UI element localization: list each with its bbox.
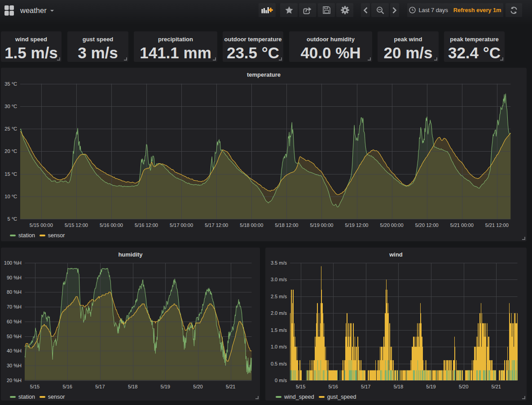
svg-text:5/16: 5/16 (62, 384, 72, 389)
svg-text:2.0 m/s: 2.0 m/s (271, 310, 287, 316)
svg-text:80 %H: 80 %H (7, 289, 22, 295)
svg-text:5/21 00:00: 5/21 00:00 (450, 222, 474, 228)
svg-text:5/17: 5/17 (361, 384, 370, 389)
svg-text:5/15 00:00: 5/15 00:00 (30, 222, 53, 228)
svg-text:60 %H: 60 %H (7, 319, 22, 324)
svg-text:2.5 m/s: 2.5 m/s (271, 294, 287, 299)
svg-text:5/15: 5/15 (30, 384, 40, 389)
svg-text:5/21: 5/21 (491, 384, 501, 389)
svg-text:5 °C: 5 °C (7, 216, 17, 222)
svg-text:5/18 12:00: 5/18 12:00 (275, 222, 298, 228)
svg-text:30 °C: 30 °C (4, 104, 17, 109)
svg-text:5/15 12:00: 5/15 12:00 (65, 222, 88, 228)
svg-text:5/21 12:00: 5/21 12:00 (485, 222, 509, 228)
svg-text:50 %H: 50 %H (7, 334, 22, 339)
svg-text:5/18: 5/18 (128, 384, 137, 389)
svg-text:5/18 00:00: 5/18 00:00 (240, 222, 263, 228)
svg-text:5/20: 5/20 (459, 384, 468, 389)
svg-text:1.5 m/s: 1.5 m/s (271, 327, 287, 333)
svg-text:20 %H: 20 %H (7, 378, 22, 383)
svg-text:70 %H: 70 %H (7, 304, 22, 309)
svg-text:5/16 12:00: 5/16 12:00 (135, 222, 158, 228)
svg-text:5/17: 5/17 (95, 384, 105, 389)
svg-text:5/17 00:00: 5/17 00:00 (170, 222, 193, 228)
svg-text:25 °C: 25 °C (4, 126, 17, 131)
svg-text:20 °C: 20 °C (4, 148, 17, 154)
svg-text:40 %H: 40 %H (7, 348, 22, 353)
svg-text:90 %H: 90 %H (7, 275, 22, 280)
svg-text:35 °C: 35 °C (4, 81, 17, 87)
svg-text:5/18: 5/18 (394, 384, 403, 389)
svg-text:15 °C: 15 °C (4, 171, 17, 177)
svg-text:3.5 m/s: 3.5 m/s (271, 260, 287, 266)
svg-text:5/15: 5/15 (296, 384, 305, 389)
svg-text:1.0 m/s: 1.0 m/s (271, 344, 287, 349)
svg-text:3.0 m/s: 3.0 m/s (271, 277, 287, 282)
svg-text:5/16 00:00: 5/16 00:00 (100, 222, 123, 228)
svg-text:5/16: 5/16 (328, 384, 338, 389)
svg-text:5/19: 5/19 (161, 384, 170, 389)
svg-text:100 %H: 100 %H (4, 260, 22, 266)
svg-text:5/20 12:00: 5/20 12:00 (415, 222, 439, 228)
svg-text:5/20 00:00: 5/20 00:00 (380, 222, 404, 228)
svg-text:5/19 12:00: 5/19 12:00 (345, 222, 369, 228)
svg-text:0.5 m/s: 0.5 m/s (271, 361, 287, 366)
svg-text:5/20: 5/20 (193, 384, 202, 389)
svg-text:5/19 00:00: 5/19 00:00 (310, 222, 333, 228)
svg-text:5/17 12:00: 5/17 12:00 (205, 222, 228, 228)
svg-text:30 %H: 30 %H (7, 363, 22, 368)
svg-text:0 m/s: 0 m/s (275, 378, 287, 383)
svg-text:5/21: 5/21 (226, 384, 235, 389)
svg-text:10 °C: 10 °C (4, 194, 17, 199)
svg-text:5/19: 5/19 (426, 384, 435, 389)
